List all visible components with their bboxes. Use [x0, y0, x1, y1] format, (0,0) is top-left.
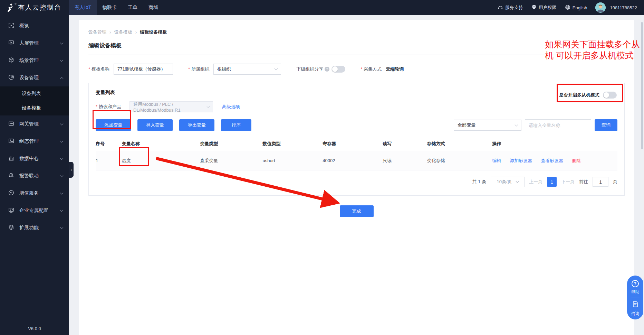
share-label: 下级组织分享	[296, 66, 323, 72]
sidebar-item-device-template[interactable]: 设备模板	[0, 101, 69, 115]
service-support[interactable]: 服务支持	[498, 4, 523, 11]
content-card: 设备管理 › 设备模板 › 编辑设备模板 编辑设备模板 *模板名称 *所属组织 …	[79, 20, 634, 335]
chevron-down-icon	[60, 191, 64, 194]
multi-slave-toggle[interactable]	[603, 92, 617, 99]
chevron-down-icon	[60, 58, 64, 62]
variable-search-input[interactable]	[525, 119, 591, 131]
shield-icon	[531, 4, 537, 11]
chevron-down-icon	[515, 123, 518, 126]
variable-filter-select[interactable]: 全部变量	[454, 120, 521, 131]
advanced-options-link[interactable]: 高级选项	[222, 104, 240, 110]
chevron-down-icon	[60, 208, 64, 212]
org-label: *所属组织	[188, 66, 209, 72]
sidebar-item-enterprise-config[interactable]: 企业专属配置	[0, 202, 69, 219]
query-button[interactable]: 查询	[595, 119, 617, 131]
sidebar-item-value-added[interactable]: 增值服务	[0, 185, 69, 202]
language-switch[interactable]: English	[565, 4, 587, 11]
breadcrumb-device-mgmt[interactable]: 设备管理	[88, 29, 106, 35]
info-icon[interactable]: ?	[325, 67, 329, 72]
help-widget[interactable]: ? 帮助 咨询	[627, 276, 643, 319]
breadcrumb-current: 编辑设备模板	[140, 29, 167, 35]
sidebar-item-device-list[interactable]: 设备列表	[0, 86, 69, 101]
prev-page-button[interactable]: 上一页	[529, 179, 542, 185]
cell-rw: 只读	[383, 158, 427, 164]
chevron-down-icon	[60, 139, 64, 142]
question-icon: ?	[632, 280, 639, 287]
protocol-select[interactable]: 通用Modbus / PLC / DL/Modbus/Modbus R1	[129, 101, 213, 112]
sidebar-item-overview[interactable]: 概览	[0, 17, 69, 35]
chevron-down-icon	[60, 174, 64, 177]
account-number[interactable]: 19811788522	[610, 5, 637, 10]
variable-list-section: 变量列表 是否开启多从机模式 *协议和产品 通用Modbus / PLC / D…	[88, 83, 625, 196]
monitor-code-icon	[8, 207, 14, 214]
sort-button[interactable]: 排序	[221, 119, 251, 131]
consult-label[interactable]: 咨询	[631, 311, 640, 317]
sidebar-item-device-mgmt[interactable]: 设备管理	[0, 69, 69, 86]
view-trigger-link[interactable]: 查看触发器	[541, 158, 563, 164]
import-variable-button[interactable]: 导入变量	[137, 119, 173, 131]
template-form-row: *模板名称 *所属组织 根组织 下级组织分享 ? *采集方式 云端轮询	[88, 64, 625, 75]
app-logo[interactable]: ® 有人云控制台	[0, 0, 69, 15]
goto-page-input[interactable]	[593, 177, 608, 187]
sidebar-item-alarm-linkage[interactable]: 报警联动	[0, 167, 69, 185]
cell-actions: 编辑 添加触发器 查看触发器 删除	[492, 158, 617, 164]
main-area: 设备管理 › 设备模板 › 编辑设备模板 编辑设备模板 *模板名称 *所属组织 …	[69, 15, 644, 335]
title-divider	[88, 55, 625, 55]
cell-storage: 变化存储	[427, 158, 492, 164]
bar-chart-icon	[8, 155, 14, 162]
sidebar-item-gateway-mgmt[interactable]: 网关管理	[0, 115, 69, 133]
add-variable-button[interactable]: 添加变量	[96, 119, 131, 131]
current-page-button[interactable]: 1	[547, 177, 557, 187]
sidebar-item-config-mgmt[interactable]: 组态管理	[0, 133, 69, 150]
annotation-note: 如果网关下面挂载多个从机 可以开启多从机模式	[545, 39, 641, 61]
cell-seq: 1	[96, 158, 122, 163]
breadcrumb: 设备管理 › 设备模板 › 编辑设备模板	[88, 20, 625, 35]
version-label: V6.0.0	[0, 326, 69, 331]
table-header-row: 序号 变量名称 变量类型 数值类型 寄存器 读写 存储方式 操作	[96, 137, 617, 151]
sidebar-collapse-handle[interactable]: ‹	[69, 162, 74, 178]
overview-icon	[8, 22, 14, 29]
goto-label: 前往	[579, 179, 588, 185]
sidebar-item-data-center[interactable]: 数据中心	[0, 150, 69, 167]
edit-link[interactable]: 编辑	[492, 158, 501, 164]
org-select[interactable]: 根组织	[213, 64, 281, 75]
chevron-down-icon	[516, 179, 519, 183]
pagination: 共 1 条 10条/页 上一页 1 下一页 前往 页	[96, 177, 617, 187]
table-row: 1 温度 直采变量 ushort 40002 只读 变化存储 编辑 添加触发器 …	[96, 151, 617, 170]
share-toggle[interactable]	[331, 66, 345, 73]
headset-icon	[498, 4, 503, 11]
breadcrumb-separator: ›	[135, 29, 137, 35]
alarm-bell-icon	[8, 173, 14, 179]
search-controls: 全部变量 查询	[454, 119, 617, 131]
variable-table: 序号 变量名称 变量类型 数值类型 寄存器 读写 存储方式 操作 1 温度 直采…	[96, 137, 617, 170]
add-trigger-link[interactable]: 添加触发器	[510, 158, 532, 164]
next-page-button[interactable]: 下一页	[561, 179, 575, 185]
done-button[interactable]: 完成	[340, 205, 374, 217]
usr-logo-icon: ®	[6, 3, 15, 12]
tab-iot-card[interactable]: 物联卡	[97, 0, 122, 15]
widget-divider	[631, 298, 640, 298]
user-permission[interactable]: 用户权限	[531, 4, 557, 11]
app-title: 有人云控制台	[18, 3, 61, 12]
page-size-select[interactable]: 10条/页	[491, 177, 525, 187]
protocol-label: *协议和产品	[96, 104, 121, 110]
sidebar-item-extensions[interactable]: 扩展功能	[0, 219, 69, 236]
tab-work-order[interactable]: 工单	[122, 0, 143, 15]
template-name-input[interactable]	[114, 64, 173, 75]
delete-link[interactable]: 删除	[572, 158, 581, 164]
tab-mall[interactable]: 商城	[143, 0, 164, 15]
breadcrumb-device-template[interactable]: 设备模板	[114, 29, 132, 35]
sidebar-item-scene-mgmt[interactable]: 场景管理	[0, 52, 69, 69]
help-label[interactable]: 帮助	[631, 289, 640, 295]
scrollbar-thumb[interactable]	[641, 22, 643, 149]
export-variable-button[interactable]: 导出变量	[179, 119, 214, 131]
variable-list-title: 变量列表	[96, 90, 617, 96]
globe-icon	[565, 4, 570, 11]
sidebar-item-screen-mgmt[interactable]: 大屏管理	[0, 35, 69, 52]
avatar[interactable]	[595, 2, 606, 13]
template-name-label: *模板名称	[88, 66, 109, 72]
tab-usr-iot[interactable]: 有人IoT	[69, 0, 97, 15]
cube-icon	[8, 57, 14, 64]
chevron-down-icon	[60, 122, 64, 125]
protocol-row: *协议和产品 通用Modbus / PLC / DL/Modbus/Modbus…	[96, 101, 617, 112]
